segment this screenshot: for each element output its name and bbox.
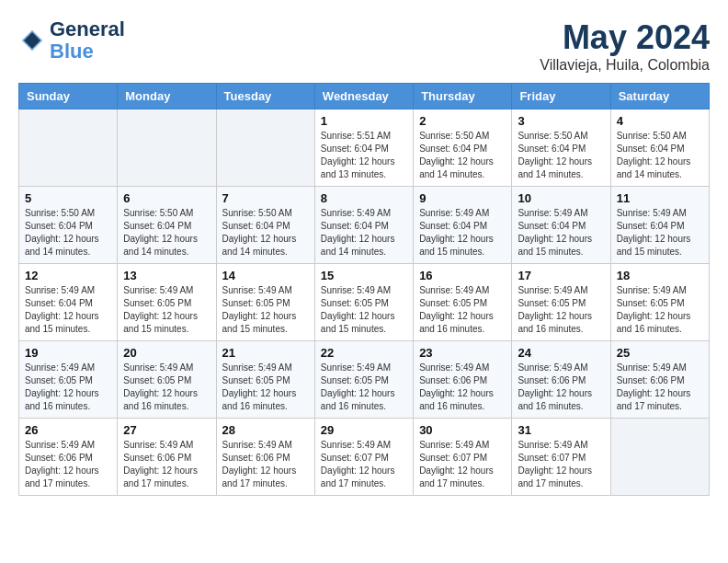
weekday-header: Tuesday	[216, 84, 314, 109]
day-number: 16	[419, 269, 506, 282]
day-info: Sunrise: 5:49 AM Sunset: 6:07 PM Dayligh…	[518, 439, 604, 490]
day-number: 12	[25, 269, 111, 282]
day-info: Sunrise: 5:49 AM Sunset: 6:05 PM Dayligh…	[419, 284, 506, 336]
day-info: Sunrise: 5:49 AM Sunset: 6:05 PM Dayligh…	[617, 284, 703, 336]
logo-line1: General	[50, 18, 125, 40]
day-number: 30	[419, 423, 506, 437]
day-number: 31	[518, 423, 604, 437]
calendar-cell: 27Sunrise: 5:49 AM Sunset: 6:06 PM Dayli…	[118, 419, 216, 496]
day-number: 11	[617, 191, 703, 205]
day-number: 18	[617, 269, 703, 282]
calendar-cell	[118, 109, 216, 187]
day-info: Sunrise: 5:49 AM Sunset: 6:07 PM Dayligh…	[419, 439, 506, 490]
calendar-cell: 24Sunrise: 5:49 AM Sunset: 6:06 PM Dayli…	[512, 341, 610, 419]
day-number: 3	[518, 114, 604, 128]
calendar-cell: 13Sunrise: 5:49 AM Sunset: 6:05 PM Dayli…	[118, 264, 216, 341]
day-number: 2	[419, 114, 506, 128]
calendar-week-row: 19Sunrise: 5:49 AM Sunset: 6:05 PM Dayli…	[19, 341, 710, 419]
day-number: 19	[25, 346, 111, 360]
day-info: Sunrise: 5:49 AM Sunset: 6:06 PM Dayligh…	[25, 439, 111, 490]
calendar-cell: 20Sunrise: 5:49 AM Sunset: 6:05 PM Dayli…	[118, 341, 216, 419]
day-number: 8	[321, 191, 407, 205]
day-info: Sunrise: 5:50 AM Sunset: 6:04 PM Dayligh…	[419, 130, 506, 181]
calendar-cell: 19Sunrise: 5:49 AM Sunset: 6:05 PM Dayli…	[19, 341, 118, 419]
calendar-cell: 10Sunrise: 5:49 AM Sunset: 6:04 PM Dayli…	[512, 187, 610, 264]
calendar-cell: 11Sunrise: 5:49 AM Sunset: 6:04 PM Dayli…	[610, 187, 709, 264]
day-number: 7	[222, 191, 309, 205]
day-number: 20	[123, 346, 210, 360]
day-info: Sunrise: 5:50 AM Sunset: 6:04 PM Dayligh…	[518, 130, 604, 181]
day-number: 29	[321, 423, 407, 437]
day-number: 14	[222, 269, 309, 282]
calendar-cell: 31Sunrise: 5:49 AM Sunset: 6:07 PM Dayli…	[512, 419, 610, 496]
day-info: Sunrise: 5:49 AM Sunset: 6:05 PM Dayligh…	[222, 284, 309, 336]
day-info: Sunrise: 5:50 AM Sunset: 6:04 PM Dayligh…	[123, 207, 210, 259]
page-header: General Blue May 2024 Villavieja, Huila,…	[18, 18, 710, 74]
title-block: May 2024 Villavieja, Huila, Colombia	[540, 18, 710, 74]
weekday-header-row: SundayMondayTuesdayWednesdayThursdayFrid…	[19, 84, 710, 109]
calendar-cell	[19, 109, 118, 187]
day-info: Sunrise: 5:49 AM Sunset: 6:06 PM Dayligh…	[222, 439, 309, 490]
calendar-week-row: 26Sunrise: 5:49 AM Sunset: 6:06 PM Dayli…	[19, 419, 710, 496]
calendar-cell: 17Sunrise: 5:49 AM Sunset: 6:05 PM Dayli…	[512, 264, 610, 341]
day-info: Sunrise: 5:49 AM Sunset: 6:04 PM Dayligh…	[518, 207, 604, 259]
calendar-cell: 30Sunrise: 5:49 AM Sunset: 6:07 PM Dayli…	[414, 419, 512, 496]
day-info: Sunrise: 5:49 AM Sunset: 6:04 PM Dayligh…	[25, 284, 111, 336]
day-number: 17	[518, 269, 604, 282]
day-info: Sunrise: 5:49 AM Sunset: 6:07 PM Dayligh…	[321, 439, 407, 490]
calendar-cell: 9Sunrise: 5:49 AM Sunset: 6:04 PM Daylig…	[414, 187, 512, 264]
calendar-cell: 3Sunrise: 5:50 AM Sunset: 6:04 PM Daylig…	[512, 109, 610, 187]
calendar-cell: 23Sunrise: 5:49 AM Sunset: 6:06 PM Dayli…	[414, 341, 512, 419]
weekday-header: Sunday	[19, 84, 118, 109]
calendar-cell	[610, 419, 709, 496]
calendar-cell: 28Sunrise: 5:49 AM Sunset: 6:06 PM Dayli…	[216, 419, 314, 496]
calendar-table: SundayMondayTuesdayWednesdayThursdayFrid…	[18, 83, 710, 496]
day-info: Sunrise: 5:49 AM Sunset: 6:05 PM Dayligh…	[321, 284, 407, 336]
day-info: Sunrise: 5:50 AM Sunset: 6:04 PM Dayligh…	[222, 207, 309, 259]
calendar-cell: 4Sunrise: 5:50 AM Sunset: 6:04 PM Daylig…	[610, 109, 709, 187]
day-number: 13	[123, 269, 210, 282]
calendar-cell: 6Sunrise: 5:50 AM Sunset: 6:04 PM Daylig…	[118, 187, 216, 264]
svg-marker-1	[24, 32, 40, 49]
calendar-cell: 1Sunrise: 5:51 AM Sunset: 6:04 PM Daylig…	[314, 109, 413, 187]
day-info: Sunrise: 5:49 AM Sunset: 6:05 PM Dayligh…	[123, 362, 210, 413]
day-info: Sunrise: 5:49 AM Sunset: 6:04 PM Dayligh…	[321, 207, 407, 259]
day-number: 6	[123, 191, 210, 205]
day-info: Sunrise: 5:49 AM Sunset: 6:06 PM Dayligh…	[518, 362, 604, 413]
calendar-cell: 16Sunrise: 5:49 AM Sunset: 6:05 PM Dayli…	[414, 264, 512, 341]
day-number: 15	[321, 269, 407, 282]
calendar-cell: 7Sunrise: 5:50 AM Sunset: 6:04 PM Daylig…	[216, 187, 314, 264]
calendar-cell	[216, 109, 314, 187]
day-number: 22	[321, 346, 407, 360]
day-info: Sunrise: 5:49 AM Sunset: 6:06 PM Dayligh…	[617, 362, 703, 413]
calendar-cell: 12Sunrise: 5:49 AM Sunset: 6:04 PM Dayli…	[19, 264, 118, 341]
calendar-cell: 5Sunrise: 5:50 AM Sunset: 6:04 PM Daylig…	[19, 187, 118, 264]
calendar-cell: 29Sunrise: 5:49 AM Sunset: 6:07 PM Dayli…	[314, 419, 413, 496]
calendar-cell: 15Sunrise: 5:49 AM Sunset: 6:05 PM Dayli…	[314, 264, 413, 341]
logo-icon	[18, 27, 46, 54]
location: Villavieja, Huila, Colombia	[540, 57, 710, 74]
day-number: 25	[617, 346, 703, 360]
day-number: 28	[222, 423, 309, 437]
calendar-cell: 18Sunrise: 5:49 AM Sunset: 6:05 PM Dayli…	[610, 264, 709, 341]
day-number: 27	[123, 423, 210, 437]
calendar-cell: 2Sunrise: 5:50 AM Sunset: 6:04 PM Daylig…	[414, 109, 512, 187]
day-number: 24	[518, 346, 604, 360]
day-number: 26	[25, 423, 111, 437]
weekday-header: Saturday	[610, 84, 709, 109]
day-info: Sunrise: 5:50 AM Sunset: 6:04 PM Dayligh…	[617, 130, 703, 181]
day-info: Sunrise: 5:49 AM Sunset: 6:05 PM Dayligh…	[123, 284, 210, 336]
weekday-header: Thursday	[414, 84, 512, 109]
calendar-week-row: 1Sunrise: 5:51 AM Sunset: 6:04 PM Daylig…	[19, 109, 710, 187]
weekday-header: Friday	[512, 84, 610, 109]
day-info: Sunrise: 5:49 AM Sunset: 6:06 PM Dayligh…	[419, 362, 506, 413]
day-info: Sunrise: 5:51 AM Sunset: 6:04 PM Dayligh…	[321, 130, 407, 181]
calendar-cell: 26Sunrise: 5:49 AM Sunset: 6:06 PM Dayli…	[19, 419, 118, 496]
day-info: Sunrise: 5:49 AM Sunset: 6:05 PM Dayligh…	[25, 362, 111, 413]
day-info: Sunrise: 5:49 AM Sunset: 6:05 PM Dayligh…	[518, 284, 604, 336]
weekday-header: Wednesday	[314, 84, 413, 109]
calendar-cell: 22Sunrise: 5:49 AM Sunset: 6:05 PM Dayli…	[314, 341, 413, 419]
day-info: Sunrise: 5:49 AM Sunset: 6:04 PM Dayligh…	[617, 207, 703, 259]
day-info: Sunrise: 5:50 AM Sunset: 6:04 PM Dayligh…	[25, 207, 111, 259]
weekday-header: Monday	[118, 84, 216, 109]
